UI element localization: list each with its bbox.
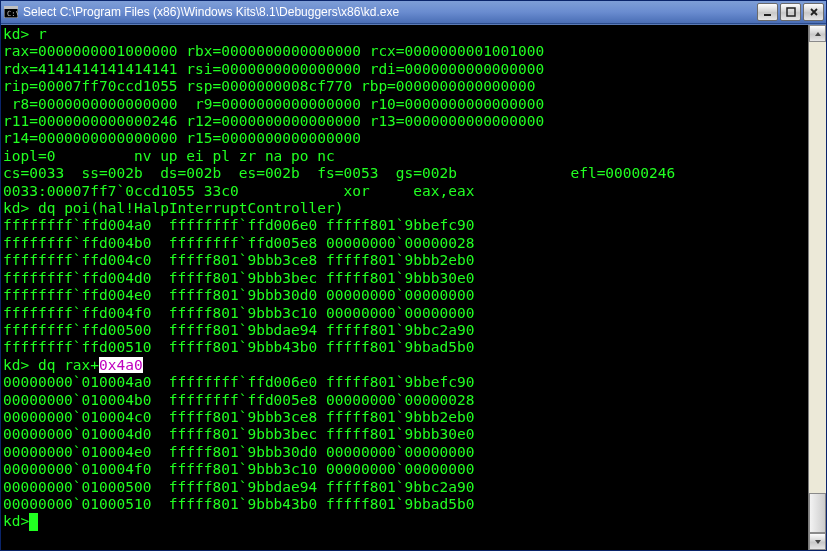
prompt: kd> <box>3 513 29 529</box>
memory-dump-line: ffffffff`ffd004d0 fffff801`9bbb3bec ffff… <box>3 270 806 287</box>
vertical-scrollbar[interactable] <box>808 25 826 550</box>
memory-dump-line: ffffffff`ffd004c0 fffff801`9bbb3ce8 ffff… <box>3 252 806 269</box>
register-line: r14=0000000000000000 r15=000000000000000… <box>3 130 806 147</box>
memory-dump-line: 00000000`010004c0 fffff801`9bbb3ce8 ffff… <box>3 409 806 426</box>
scroll-down-button[interactable] <box>809 533 826 550</box>
eflags: efl=00000246 <box>570 165 675 181</box>
svg-rect-3 <box>764 14 771 16</box>
memory-dump-line: 00000000`010004a0 ffffffff`ffd006e0 ffff… <box>3 374 806 391</box>
cursor <box>29 513 38 530</box>
window-frame: C:\ Select C:\Program Files (x86)\Window… <box>0 0 827 551</box>
memory-dump-line: ffffffff`ffd004f0 fffff801`9bbb3c10 0000… <box>3 305 806 322</box>
window-controls <box>757 3 824 21</box>
svg-rect-4 <box>787 8 795 16</box>
memory-dump-line: 00000000`01000510 fffff801`9bbb43b0 ffff… <box>3 496 806 513</box>
memory-dump-line: 00000000`010004e0 fffff801`9bbb30d0 0000… <box>3 444 806 461</box>
memory-dump-line: ffffffff`ffd004a0 ffffffff`ffd006e0 ffff… <box>3 217 806 234</box>
memory-dump-line: 00000000`010004b0 ffffffff`ffd005e8 0000… <box>3 392 806 409</box>
memory-dump-line: ffffffff`ffd00510 fffff801`9bbb43b0 ffff… <box>3 339 806 356</box>
register-line: r8=0000000000000000 r9=0000000000000000 … <box>3 96 806 113</box>
register-line: r11=0000000000000246 r12=000000000000000… <box>3 113 806 130</box>
prompt: kd> <box>3 200 29 216</box>
titlebar[interactable]: C:\ Select C:\Program Files (x86)\Window… <box>1 1 826 24</box>
prompt: kd> <box>3 26 29 42</box>
svg-text:C:\: C:\ <box>7 10 18 18</box>
memory-dump-line: ffffffff`ffd00500 fffff801`9bbdae94 ffff… <box>3 322 806 339</box>
scrollbar-thumb[interactable] <box>809 493 826 533</box>
close-button[interactable] <box>803 3 824 21</box>
selection-highlight: 0x4a0 <box>99 357 143 373</box>
svg-rect-1 <box>4 6 18 9</box>
register-line: rdx=4141414141414141 rsi=000000000000000… <box>3 61 806 78</box>
register-line: rax=0000000001000000 rbx=000000000000000… <box>3 43 806 60</box>
memory-dump-line: 00000000`01000500 fffff801`9bbdae94 ffff… <box>3 479 806 496</box>
memory-dump-line: 00000000`010004f0 fffff801`9bbb3c10 0000… <box>3 461 806 478</box>
command-dq-poi: dq poi(hal!HalpInterruptController) <box>38 200 344 216</box>
segment-registers: cs=0033 ss=002b ds=002b es=002b fs=0053 … <box>3 165 457 181</box>
memory-dump-line: ffffffff`ffd004b0 ffffffff`ffd005e8 0000… <box>3 235 806 252</box>
command-dq-rax-prefix: dq rax+ <box>38 357 99 373</box>
memory-dump-line: ffffffff`ffd004e0 fffff801`9bbb30d0 0000… <box>3 287 806 304</box>
flags-line: iopl=0 nv up ei pl zr na po nc <box>3 148 806 165</box>
minimize-button[interactable] <box>757 3 778 21</box>
maximize-button[interactable] <box>780 3 801 21</box>
scrollbar-track[interactable] <box>809 42 826 533</box>
window-title: Select C:\Program Files (x86)\Windows Ki… <box>23 5 757 19</box>
disassembly-line: 0033:00007ff7`0ccd1055 33c0 xor eax,eax <box>3 183 806 200</box>
register-line: rip=00007ff70ccd1055 rsp=0000000008cf770… <box>3 78 806 95</box>
client-area: kd> rrax=0000000001000000 rbx=0000000000… <box>1 24 826 550</box>
app-icon: C:\ <box>3 4 19 20</box>
terminal-output[interactable]: kd> rrax=0000000001000000 rbx=0000000000… <box>1 25 808 550</box>
prompt: kd> <box>3 357 29 373</box>
memory-dump-line: 00000000`010004d0 fffff801`9bbb3bec ffff… <box>3 426 806 443</box>
command-r: r <box>38 26 47 42</box>
scroll-up-button[interactable] <box>809 25 826 42</box>
